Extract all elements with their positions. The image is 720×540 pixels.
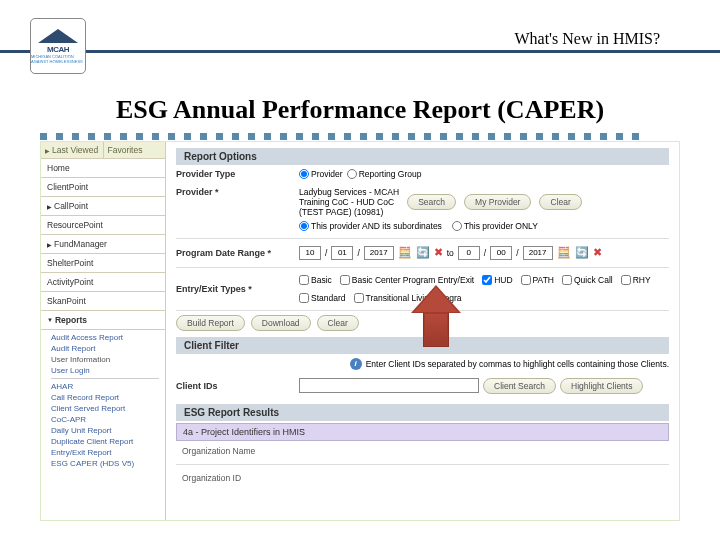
sidebar-item-activitypoint[interactable]: ActivityPoint [41, 273, 165, 292]
logo-text: MCAH [47, 45, 69, 54]
to-label: to [447, 248, 454, 258]
highlight-clients-button[interactable]: Highlight Clients [560, 378, 643, 394]
clear-button[interactable]: Clear [539, 194, 581, 210]
sidebar-item-callpoint[interactable]: ▶CallPoint [41, 197, 165, 216]
report-link[interactable]: Entry/Exit Report [51, 447, 165, 458]
chk-rhy[interactable]: RHY [621, 275, 651, 285]
chk-path[interactable]: PATH [521, 275, 554, 285]
provider-name: Ladybug Services - MCAH Training CoC - H… [299, 187, 399, 218]
end-day-input[interactable] [490, 246, 512, 260]
chk-standard[interactable]: Standard [299, 293, 346, 303]
reports-sublist: Audit Access Report Audit Report User In… [41, 330, 165, 473]
radio-provider[interactable]: Provider [299, 169, 343, 179]
caret-right-icon: ▶ [47, 241, 52, 248]
sidebar-item-resourcepoint[interactable]: ResourcePoint [41, 216, 165, 235]
clear-date-icon[interactable]: ✖ [593, 246, 602, 259]
download-button[interactable]: Download [251, 315, 311, 331]
sidebar-item-skanpoint[interactable]: SkanPoint [41, 292, 165, 311]
radio-reporting-group[interactable]: Reporting Group [347, 169, 422, 179]
sidebar-item-reports[interactable]: ▼Reports [41, 311, 165, 330]
start-year-input[interactable] [364, 246, 394, 260]
report-link[interactable]: User Login [51, 365, 165, 376]
tab-label: Favorites [108, 145, 143, 155]
report-link[interactable]: Call Record Report [51, 392, 165, 403]
report-link[interactable]: Daily Unit Report [51, 425, 165, 436]
tab-label: Last Viewed [52, 145, 98, 155]
refresh-icon[interactable]: 🔄 [575, 246, 589, 259]
calendar-icon[interactable]: 🧮 [557, 246, 571, 259]
logo-subtext: MICHIGAN COALITION AGAINST HOMELESSNESS [31, 54, 85, 64]
sidebar-item-fundmanager[interactable]: ▶FundManager [41, 235, 165, 254]
info-icon: i [350, 358, 362, 370]
page-title: ESG Annual Performance Report (CAPER) [0, 95, 720, 125]
report-link[interactable]: AHAR [51, 381, 165, 392]
build-report-button[interactable]: Build Report [176, 315, 245, 331]
content-pane: Report Options Provider Type Provider Re… [166, 142, 679, 520]
sidebar: ▶Last Viewed Favorites Home ClientPoint … [41, 142, 166, 520]
sidebar-item-home[interactable]: Home [41, 159, 165, 178]
caret-right-icon: ▶ [47, 203, 52, 210]
report-link[interactable]: User Information [51, 354, 165, 365]
start-month-input[interactable] [299, 246, 321, 260]
section-report-options: Report Options [176, 148, 669, 165]
decorative-dots [40, 133, 680, 141]
chk-basic[interactable]: Basic [299, 275, 332, 285]
tab-last-viewed[interactable]: ▶Last Viewed [41, 142, 104, 158]
header-title: What's New in HMIS? [514, 30, 660, 48]
calendar-icon[interactable]: 🧮 [398, 246, 412, 259]
callout-arrow-icon [411, 285, 461, 347]
sidebar-item-clientpoint[interactable]: ClientPoint [41, 178, 165, 197]
client-ids-input[interactable] [299, 378, 479, 393]
label-provider-type: Provider Type [176, 169, 291, 179]
client-search-button[interactable]: Client Search [483, 378, 556, 394]
start-day-input[interactable] [331, 246, 353, 260]
clear-button[interactable]: Clear [317, 315, 359, 331]
result-field-label: Organization ID [176, 468, 669, 488]
search-button[interactable]: Search [407, 194, 456, 210]
report-link[interactable]: Audit Report [51, 343, 165, 354]
result-subheader: 4a - Project Identifiers in HMIS [176, 423, 669, 441]
chk-quick-call[interactable]: Quick Call [562, 275, 613, 285]
radio-subordinates[interactable]: This provider AND its subordinates [299, 221, 442, 231]
report-link[interactable]: CoC-APR [51, 414, 165, 425]
chk-hud[interactable]: HUD [482, 275, 512, 285]
end-year-input[interactable] [523, 246, 553, 260]
label-entry-exit: Entry/Exit Types * [176, 284, 291, 294]
label-client-ids: Client IDs [176, 381, 291, 391]
end-month-input[interactable] [458, 246, 480, 260]
app-window: ▶Last Viewed Favorites Home ClientPoint … [40, 141, 680, 521]
sidebar-item-shelterpoint[interactable]: ShelterPoint [41, 254, 165, 273]
client-info-text: Enter Client IDs separated by commas to … [366, 359, 669, 369]
logo: MCAH MICHIGAN COALITION AGAINST HOMELESS… [30, 18, 86, 74]
caret-down-icon: ▼ [47, 317, 53, 323]
report-link[interactable]: ESG CAPER (HDS V5) [51, 458, 165, 469]
report-link[interactable]: Audit Access Report [51, 332, 165, 343]
clear-date-icon[interactable]: ✖ [434, 246, 443, 259]
label-date-range: Program Date Range * [176, 248, 291, 258]
refresh-icon[interactable]: 🔄 [416, 246, 430, 259]
caret-right-icon: ▶ [45, 147, 50, 154]
chk-basic-center[interactable]: Basic Center Program Entry/Exit [340, 275, 474, 285]
label-provider: Provider * [176, 187, 291, 197]
report-link[interactable]: Duplicate Client Report [51, 436, 165, 447]
my-provider-button[interactable]: My Provider [464, 194, 531, 210]
radio-provider-only[interactable]: This provider ONLY [452, 221, 538, 231]
section-esg-results: ESG Report Results [176, 404, 669, 421]
report-link[interactable]: Client Served Report [51, 403, 165, 414]
result-field-label: Organization Name [176, 441, 669, 461]
tab-favorites[interactable]: Favorites [104, 142, 166, 158]
